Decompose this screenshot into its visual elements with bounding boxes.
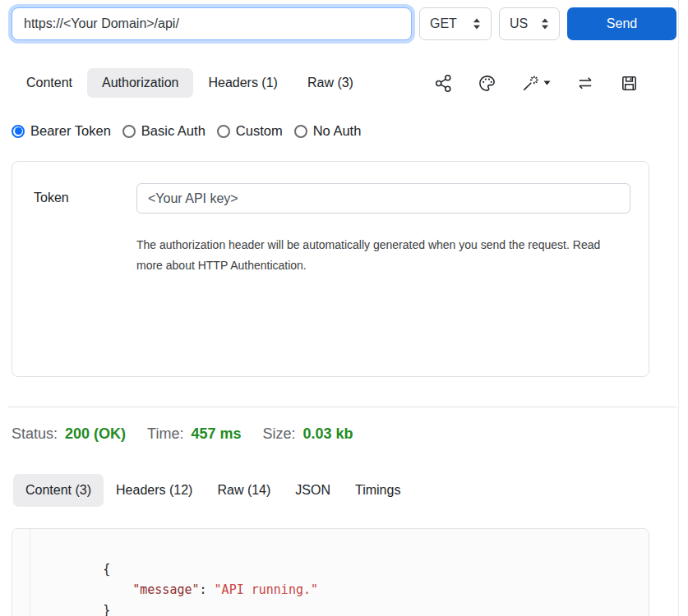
response-tabs: Content (3) Headers (12) Raw (14) JSON T…: [13, 474, 676, 507]
response-json-code: { "message": "API running." }: [30, 529, 649, 616]
request-toolbar: [434, 74, 676, 93]
radio-unselected-icon: [122, 125, 136, 138]
open-brace: {: [103, 562, 110, 577]
response-body-block[interactable]: { "message": "API running." }: [12, 528, 649, 616]
size-label: Size:: [262, 425, 295, 443]
authorization-panel: Token The authorization header will be a…: [12, 161, 649, 377]
json-string-value: "API running.": [215, 582, 318, 597]
status-label: Status:: [12, 425, 58, 443]
code-line-message: "message": "API running.": [44, 559, 649, 580]
radio-no-auth[interactable]: No Auth: [294, 123, 362, 139]
radio-label: No Auth: [313, 123, 362, 139]
share-button[interactable]: [434, 74, 453, 93]
token-label: Token: [34, 183, 136, 205]
url-input[interactable]: [12, 7, 412, 40]
json-colon: :: [200, 582, 215, 597]
radio-unselected-icon: [217, 125, 230, 138]
tab-response-raw[interactable]: Raw (14): [205, 474, 283, 507]
code-gutter: [12, 529, 30, 616]
radio-label: Basic Auth: [141, 123, 205, 139]
method-select-value: GET: [430, 16, 457, 31]
request-tabs: Content Authorization Headers (1) Raw (3…: [12, 68, 676, 98]
auth-type-options: Bearer Token Basic Auth Custom No Auth: [12, 123, 676, 139]
radio-unselected-icon: [294, 125, 307, 138]
time-item: Time: 457 ms: [147, 425, 241, 443]
radio-bearer-token[interactable]: Bearer Token: [12, 123, 111, 139]
json-key: "message": [132, 582, 199, 597]
radio-custom[interactable]: Custom: [217, 123, 283, 139]
dropdown-caret-icon: [543, 80, 551, 85]
status-item: Status: 200 (OK): [12, 425, 126, 443]
region-select[interactable]: US: [499, 7, 560, 40]
magic-wand-icon: [521, 74, 540, 93]
api-tester-app: GET US Send Content Authorization Header…: [0, 0, 688, 616]
status-value: 200 (OK): [65, 425, 126, 443]
save-request-button[interactable]: [620, 74, 639, 93]
response-divider: [8, 407, 676, 407]
theme-button[interactable]: [478, 74, 496, 93]
tab-response-headers[interactable]: Headers (12): [104, 474, 205, 507]
region-select-value: US: [510, 16, 528, 31]
tab-content[interactable]: Content: [12, 68, 87, 98]
size-value: 0.03 kb: [303, 425, 353, 443]
radio-selected-icon: [12, 125, 25, 138]
response-status-bar: Status: 200 (OK) Time: 457 ms Size: 0.03…: [12, 425, 676, 443]
share-icon: [434, 74, 453, 93]
request-bar: GET US Send: [12, 7, 676, 40]
radio-label: Bearer Token: [30, 123, 111, 139]
time-label: Time:: [147, 425, 183, 443]
radio-basic-auth[interactable]: Basic Auth: [122, 123, 205, 139]
tab-response-json[interactable]: JSON: [283, 474, 343, 507]
tab-response-timings[interactable]: Timings: [343, 474, 413, 507]
size-item: Size: 0.03 kb: [262, 425, 353, 443]
auth-helper-text: The authorization header will be automat…: [136, 235, 626, 276]
method-select[interactable]: GET: [419, 7, 492, 40]
convert-button[interactable]: [575, 74, 595, 93]
time-value: 457 ms: [191, 425, 241, 443]
radio-label: Custom: [236, 123, 283, 139]
content-right-border: [678, 0, 679, 616]
palette-icon: [478, 74, 496, 93]
tab-headers[interactable]: Headers (1): [193, 68, 292, 98]
swap-arrows-icon: [575, 74, 595, 93]
close-brace: }: [103, 603, 110, 616]
generate-code-button[interactable]: [521, 74, 551, 93]
token-input[interactable]: [136, 183, 630, 214]
save-icon: [620, 74, 639, 93]
send-button[interactable]: Send: [567, 7, 676, 40]
tab-raw[interactable]: Raw (3): [293, 68, 368, 98]
code-line-open-brace: {: [44, 539, 649, 559]
tab-authorization[interactable]: Authorization: [87, 68, 193, 98]
updown-caret-icon: [541, 18, 549, 30]
updown-caret-icon: [473, 18, 481, 30]
tab-response-content[interactable]: Content (3): [13, 474, 104, 507]
